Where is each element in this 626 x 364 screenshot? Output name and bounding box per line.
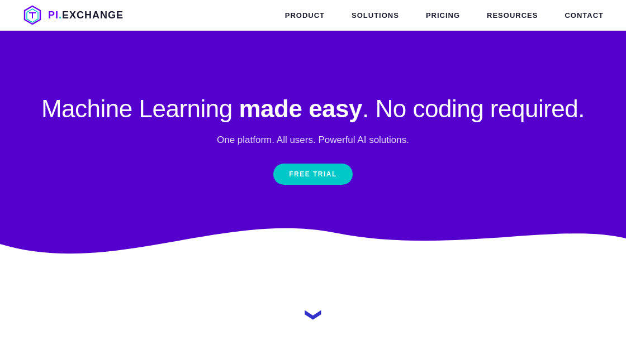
nav-link-contact[interactable]: CONTACT: [565, 11, 604, 20]
hero-headline-bold: made easy: [239, 95, 362, 122]
nav-item-product[interactable]: PRODUCT: [285, 10, 325, 20]
hero-section: Machine Learning made easy. No coding re…: [0, 31, 626, 265]
nav-item-pricing[interactable]: PRICING: [426, 10, 460, 20]
navbar: PI.EXCHANGE PRODUCT SOLUTIONS PRICING RE…: [0, 0, 626, 31]
hero-subtext: One platform. All users. Powerful AI sol…: [41, 135, 585, 146]
nav-item-resources[interactable]: RESOURCES: [487, 10, 538, 20]
logo-text: PI.EXCHANGE: [48, 9, 124, 21]
nav-link-product[interactable]: PRODUCT: [285, 11, 325, 20]
nav-item-solutions[interactable]: SOLUTIONS: [352, 10, 399, 20]
free-trial-button[interactable]: FREE TRIAL: [273, 164, 353, 185]
hero-headline: Machine Learning made easy. No coding re…: [41, 94, 585, 124]
logo[interactable]: PI.EXCHANGE: [22, 5, 124, 25]
pi-exchange-logo-icon: [22, 5, 42, 25]
hero-headline-part1: Machine Learning: [41, 95, 239, 122]
nav-link-resources[interactable]: RESOURCES: [487, 11, 538, 20]
hero-headline-part2: . No coding required.: [362, 95, 585, 122]
hero-wave: [0, 210, 626, 265]
nav-link-solutions[interactable]: SOLUTIONS: [352, 11, 399, 20]
hero-content: Machine Learning made easy. No coding re…: [19, 94, 607, 185]
below-hero: ❯: [0, 265, 626, 364]
nav-link-pricing[interactable]: PRICING: [426, 11, 460, 20]
nav-links: PRODUCT SOLUTIONS PRICING RESOURCES CONT…: [285, 10, 604, 20]
scroll-down-chevron[interactable]: ❯: [305, 308, 321, 321]
nav-item-contact[interactable]: CONTACT: [565, 10, 604, 20]
